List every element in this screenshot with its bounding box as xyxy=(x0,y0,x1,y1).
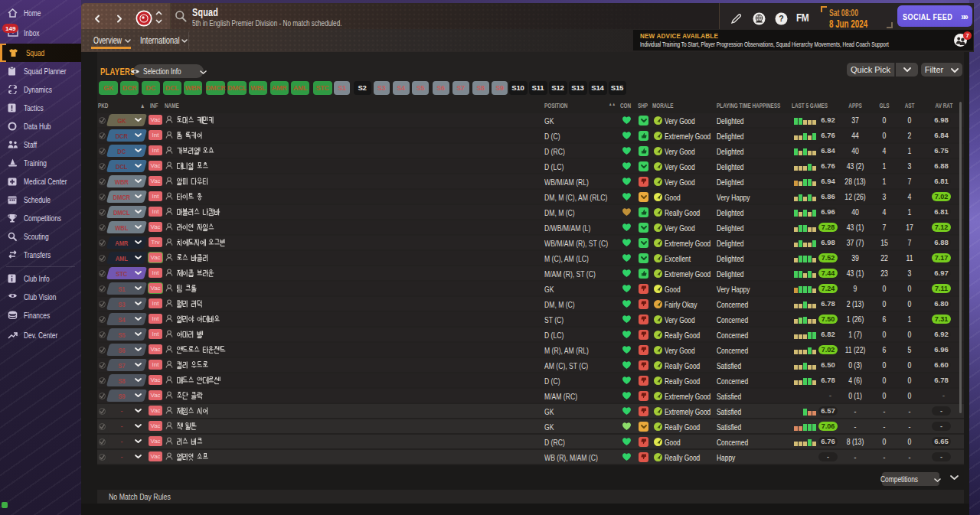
svg-text:?: ? xyxy=(779,14,783,23)
